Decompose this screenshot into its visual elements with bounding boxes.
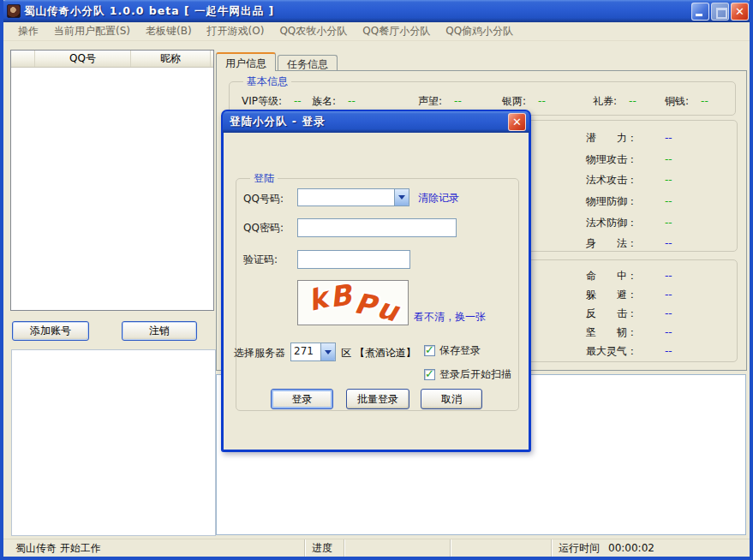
physical-attack-value: -- [665, 153, 672, 165]
left-info-panel [11, 349, 216, 536]
scan-after-login-checkbox[interactable]: 登录后开始扫描 [424, 367, 511, 382]
runtime-value: 00:00:02 [608, 542, 654, 554]
save-login-label: 保存登录 [439, 343, 481, 358]
runtime-pane: 运行时间 00:00:02 [552, 539, 750, 557]
server-value[interactable]: 271 [291, 343, 320, 360]
tab-task-info[interactable]: 任务信息 [278, 55, 338, 71]
maximize-button [711, 3, 729, 21]
column-nickname[interactable]: 昵称 [131, 51, 211, 67]
titlebar: 蜀山传奇小分队 1.0.0 beta [ 一起牛网出品 ] [0, 0, 753, 22]
login-dialog: 登陆小分队 - 登录 登陆 QQ号码: 清除记录 QQ密码: 验证码: k B … [221, 110, 531, 452]
max-aura-value: -- [665, 345, 672, 357]
status-bar: 蜀山传奇 开始工作 进度 运行时间 00:00:02 [3, 539, 750, 557]
server-select-label: 选择服务器 [234, 346, 285, 360]
app-icon [7, 4, 21, 18]
captcha-input[interactable] [297, 250, 410, 269]
stat-physical-defense: 物理防御：-- [586, 194, 672, 209]
server-combo[interactable]: 271 [290, 343, 336, 361]
counter-value: -- [665, 307, 672, 319]
field-reputation: 声望:-- [418, 94, 462, 109]
menu-open-game[interactable]: 打开游戏(O) [200, 22, 272, 40]
tab-user-info[interactable]: 用户信息 [216, 52, 276, 71]
menu-bar: 操作 当前用户配置(S) 老板键(B) 打开游戏(O) QQ农牧小分队 QQ餐厅… [3, 22, 750, 41]
field-clan-name: 族名:-- [312, 94, 356, 109]
potential-value: -- [665, 132, 672, 144]
magic-defense-value: -- [665, 217, 672, 229]
captcha-label: 验证码: [243, 253, 278, 267]
batch-login-button[interactable]: 批量登录 [346, 389, 409, 409]
qq-password-input[interactable] [297, 218, 457, 237]
logout-button[interactable]: 注销 [122, 321, 197, 341]
column-qq-number[interactable]: QQ号 [35, 51, 131, 67]
login-group-title: 登陆 [250, 171, 278, 186]
close-button[interactable] [731, 3, 749, 21]
field-coupon: 礼券:-- [593, 94, 636, 109]
login-dialog-titlebar: 登陆小分队 - 登录 [223, 111, 529, 133]
account-list-header: QQ号 昵称 [11, 51, 213, 68]
agility-value: -- [665, 237, 672, 249]
toughness-value: -- [665, 326, 672, 338]
field-silver: 银两:-- [502, 94, 546, 109]
window-title: 蜀山传奇小分队 1.0.0 beta [ 一起牛网出品 ] [24, 4, 690, 19]
copper-value: -- [701, 95, 708, 107]
status-message: 蜀山传奇 开始工作 [3, 539, 305, 557]
runtime-label: 运行时间 [559, 541, 600, 556]
tab-row: 用户信息 任务信息 [216, 53, 339, 71]
silver-value: -- [538, 95, 546, 107]
add-account-button[interactable]: 添加账号 [12, 321, 89, 341]
stat-magic-attack: 法术攻击：-- [586, 173, 672, 188]
save-login-checkbox[interactable]: 保存登录 [424, 343, 481, 358]
stat-toughness: 坚 韧：-- [586, 325, 672, 340]
reputation-value: -- [454, 95, 462, 107]
vip-level-value: -- [294, 95, 302, 107]
stat-potential: 潜 力：-- [586, 131, 672, 146]
qq-number-value[interactable] [298, 189, 394, 206]
field-copper: 铜钱:-- [665, 94, 708, 109]
qq-number-dropdown-icon[interactable] [394, 189, 409, 206]
menu-boss-key[interactable]: 老板键(B) [138, 22, 200, 40]
save-login-check-icon[interactable] [424, 345, 435, 356]
stat-hit: 命 中：-- [586, 269, 672, 283]
field-vip-level: VIP等级:-- [242, 94, 302, 109]
scan-after-login-check-icon[interactable] [424, 369, 435, 380]
login-button[interactable]: 登录 [271, 389, 333, 409]
refresh-captcha-link[interactable]: 看不清，换一张 [414, 310, 486, 325]
app-window: 蜀山传奇小分队 1.0.0 beta [ 一起牛网出品 ] 操作 当前用户配置(… [0, 0, 753, 560]
login-dialog-body: 登陆 QQ号码: 清除记录 QQ密码: 验证码: k B P u 看不清，换一张… [224, 133, 529, 449]
login-dialog-close-button[interactable] [508, 113, 526, 131]
physical-defense-value: -- [665, 195, 672, 207]
scan-after-login-label: 登录后开始扫描 [439, 367, 511, 382]
hit-value: -- [665, 270, 672, 282]
magic-attack-value: -- [665, 174, 672, 186]
menu-operation[interactable]: 操作 [10, 22, 46, 40]
cancel-button[interactable]: 取消 [421, 389, 482, 409]
column-select [11, 51, 35, 67]
login-dialog-title: 登陆小分队 - 登录 [230, 115, 506, 129]
qq-number-label: QQ号码: [243, 192, 284, 206]
qq-password-label: QQ密码: [243, 221, 284, 235]
clear-records-link[interactable]: 清除记录 [418, 191, 459, 206]
dodge-value: -- [665, 289, 672, 301]
menu-qq-farm-team[interactable]: QQ农牧小分队 [272, 22, 355, 40]
minimize-button[interactable] [691, 3, 709, 21]
captcha-image[interactable]: k B P u [297, 280, 409, 325]
clan-name-value: -- [348, 95, 356, 107]
stat-max-aura: 最大灵气：-- [586, 344, 672, 359]
progress-pane [344, 539, 451, 557]
stat-magic-defense: 法术防御：-- [586, 216, 672, 230]
menu-qq-chicken-team[interactable]: QQ偷鸡小分队 [438, 22, 521, 40]
stat-agility: 身 法：-- [586, 236, 672, 251]
coupon-value: -- [629, 95, 636, 107]
server-dropdown-icon[interactable] [320, 343, 335, 360]
spare-pane [451, 539, 552, 557]
stat-counter: 反 击：-- [586, 307, 672, 321]
qq-number-combo[interactable] [297, 188, 409, 206]
account-list[interactable]: QQ号 昵称 [10, 50, 214, 311]
menu-qq-restaurant-team[interactable]: QQ餐厅小分队 [355, 22, 438, 40]
server-name-text: 区 【煮酒论道】 [341, 346, 416, 360]
menu-current-user-config[interactable]: 当前用户配置(S) [46, 22, 138, 40]
progress-label: 进度 [305, 539, 344, 557]
basic-info-group-title: 基本信息 [243, 74, 291, 89]
stat-dodge: 躲 避：-- [586, 288, 672, 302]
stat-physical-attack: 物理攻击：-- [586, 152, 672, 167]
